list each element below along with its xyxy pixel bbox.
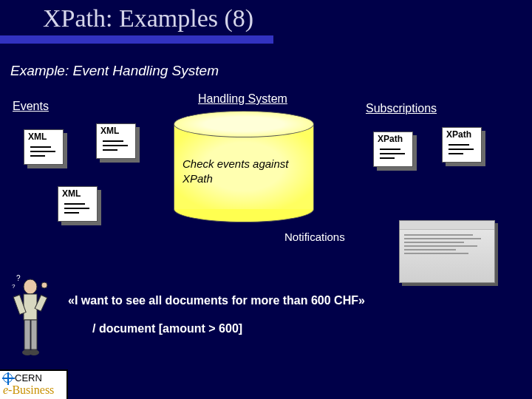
title-underline [0, 35, 273, 44]
ebusiness-text: e-Business [3, 383, 64, 397]
svg-point-0 [24, 279, 37, 294]
notifications-label: Notifications [284, 231, 345, 243]
xpath-expression: / document [amount > 600] [92, 322, 242, 335]
svg-text:?: ? [12, 283, 16, 290]
cern-logo-icon [3, 373, 13, 383]
handling-heading: Handling System [198, 92, 287, 106]
slide-subtitle: Example: Event Handling System [10, 63, 219, 79]
doc-type-label: XPath [446, 129, 471, 140]
footer-logo-box: CERN e-Business [0, 369, 68, 399]
xml-document-icon: XML [58, 186, 98, 222]
database-cylinder-icon: Check events against XPath [174, 111, 314, 218]
svg-rect-1 [24, 294, 37, 320]
xpath-document-icon: XPath [373, 132, 413, 167]
doc-type-label: XML [100, 126, 119, 136]
xpath-document-icon: XPath [442, 127, 482, 163]
xml-document-icon: XML [96, 123, 136, 159]
events-heading: Events [13, 100, 49, 113]
dialog-window-icon [399, 220, 495, 283]
svg-point-4 [41, 282, 47, 288]
subscriptions-heading: Subscriptions [366, 102, 437, 115]
slide-title: XPath: Examples (8) [43, 4, 532, 33]
cylinder-caption: Check events against XPath [183, 157, 308, 185]
doc-type-label: XPath [378, 134, 403, 144]
user-quote: «I want to see all documents for more th… [68, 294, 365, 307]
svg-point-8 [29, 349, 39, 355]
svg-rect-5 [24, 320, 30, 349]
svg-rect-6 [31, 320, 37, 349]
slide-header: XPath: Examples (8) [0, 0, 532, 33]
doc-type-label: XML [62, 188, 81, 199]
doc-type-label: XML [28, 132, 47, 142]
thinking-person-icon: ? ? [10, 275, 51, 364]
cern-logo-line: CERN [3, 372, 64, 383]
svg-text:?: ? [16, 275, 21, 282]
xml-document-icon: XML [24, 129, 64, 165]
cern-text: CERN [15, 372, 42, 383]
